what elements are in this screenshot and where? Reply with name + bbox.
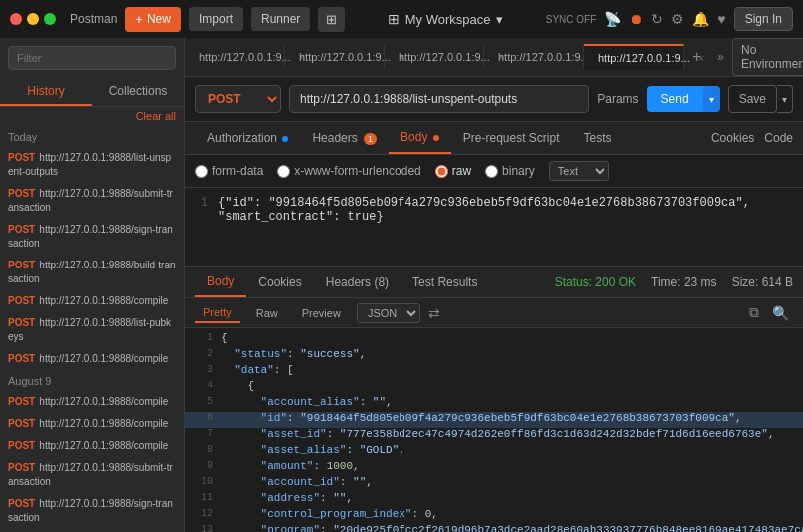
- signin-button[interactable]: Sign In: [734, 7, 793, 31]
- body-type-options: form-data x-www-form-urlencoded raw bina…: [185, 155, 803, 188]
- preview-button[interactable]: Preview: [294, 304, 349, 322]
- list-item[interactable]: POST http://127.0.0.1:9888/compile: [0, 434, 184, 456]
- maximize-button[interactable]: [44, 13, 56, 25]
- list-item[interactable]: POST http://127.0.0.1:9888/list-pubkeys: [0, 311, 184, 347]
- request-body-editor[interactable]: 1 {"id": "9918464f5d805eb09f4a279c936ebe…: [185, 188, 803, 267]
- raw-button[interactable]: Raw: [248, 304, 286, 322]
- binary-option[interactable]: binary: [485, 164, 535, 178]
- request-tab-4[interactable]: http://127.0.0.1:9... ×: [484, 45, 584, 69]
- pretty-button[interactable]: Pretty: [195, 303, 240, 323]
- request-tab-1[interactable]: http://127.0.0.1:9... ×: [185, 45, 285, 69]
- sidebar-search-area: [0, 38, 184, 78]
- response-area: Body Cookies Headers (8) Test Results St…: [185, 267, 803, 532]
- heart-icon[interactable]: ♥: [717, 11, 725, 27]
- format-icon[interactable]: ⇄: [428, 305, 440, 321]
- bell-icon[interactable]: 🔔: [692, 11, 709, 27]
- response-tab-test-results[interactable]: Test Results: [401, 268, 489, 296]
- list-item[interactable]: POST http://127.0.0.1:9888/compile: [0, 289, 184, 311]
- app-title: Postman: [70, 12, 117, 26]
- chevron-down-icon: ▾: [496, 12, 503, 27]
- list-item[interactable]: POST http://127.0.0.1:9888/build-transac…: [0, 528, 184, 532]
- form-data-option[interactable]: form-data: [195, 164, 263, 178]
- new-button[interactable]: + New: [125, 7, 181, 32]
- raw-option[interactable]: raw: [435, 164, 471, 178]
- workspace-selector[interactable]: ⊞ My Workspace ▾: [388, 11, 504, 27]
- new-tab-button[interactable]: +: [684, 42, 709, 72]
- send-button[interactable]: Send: [647, 86, 703, 112]
- response-time: Time: 23 ms: [651, 275, 717, 289]
- import-button[interactable]: Import: [189, 7, 243, 31]
- list-item[interactable]: POST http://127.0.0.1:9888/list-unspent-…: [0, 146, 184, 182]
- request-bar: POST GET PUT DELETE Params Send ▾ Save ▾: [185, 77, 803, 122]
- header-right: SYNC OFF 📡 ⏺ ↻ ⚙ 🔔 ♥ Sign In: [546, 7, 793, 31]
- list-item[interactable]: POST http://127.0.0.1:9888/submit-transa…: [0, 182, 184, 218]
- settings-icon[interactable]: ⚙: [671, 11, 684, 27]
- tab-authorization[interactable]: Authorization: [195, 123, 300, 153]
- url-input[interactable]: [289, 85, 589, 113]
- clear-all-button[interactable]: Clear all: [136, 110, 176, 122]
- send-caret-button[interactable]: ▾: [703, 86, 720, 112]
- request-tab-5[interactable]: http://127.0.0.1:9... ×: [584, 44, 684, 70]
- resp-line-6: 6 "id": "9918464f5d805eb09f4a279c936ebeb…: [185, 412, 803, 428]
- save-button-group: Save ▾: [728, 85, 793, 113]
- urlencoded-option[interactable]: x-www-form-urlencoded: [277, 164, 420, 178]
- response-tab-body[interactable]: Body: [195, 267, 246, 297]
- request-tab-2[interactable]: http://127.0.0.1:9... ×: [285, 45, 385, 69]
- cookies-link[interactable]: Cookies: [711, 131, 754, 145]
- list-item[interactable]: POST http://127.0.0.1:9888/submit-transa…: [0, 456, 184, 492]
- sidebar-tab-history[interactable]: History: [0, 78, 92, 106]
- response-toolbar: Pretty Raw Preview JSON XML HTML ⇄ ⧉ 🔍: [185, 298, 803, 328]
- more-tabs-button[interactable]: »: [709, 44, 732, 70]
- environment-selector[interactable]: No Environment ▾: [732, 38, 803, 76]
- list-item[interactable]: POST http://127.0.0.1:9888/compile: [0, 412, 184, 434]
- main-layout: History Collections Clear all Today POST…: [0, 38, 803, 532]
- env-selector-area: No Environment ▾ 👁 ⚙: [732, 38, 803, 76]
- response-tab-headers[interactable]: Headers (8): [314, 268, 401, 296]
- list-item[interactable]: POST http://127.0.0.1:9888/compile: [0, 347, 184, 369]
- list-item[interactable]: POST http://127.0.0.1:9888/sign-transact…: [0, 492, 184, 528]
- resp-line-13: 13 "program": "20de925f0fcc2f2619d96b7a3…: [185, 524, 803, 532]
- minimize-button[interactable]: [27, 13, 39, 25]
- tab-body[interactable]: Body: [389, 122, 451, 154]
- code-link[interactable]: Code: [764, 131, 793, 145]
- response-size: Size: 614 B: [732, 275, 793, 289]
- grid-icon-button[interactable]: ⊞: [318, 7, 345, 32]
- response-body-code: 1 { 2 "status": "success", 3 "data": [ 4…: [185, 328, 803, 532]
- resp-line-5: 5 "account_alias": "",: [185, 396, 803, 412]
- titlebar: Postman + New Import Runner ⊞ ⊞ My Works…: [0, 0, 803, 38]
- response-tab-cookies[interactable]: Cookies: [246, 268, 313, 296]
- sidebar-clear-area: Clear all: [0, 107, 184, 125]
- sidebar-section-today: Today: [0, 125, 184, 146]
- params-button[interactable]: Params: [597, 92, 638, 106]
- search-button[interactable]: 🔍: [768, 302, 793, 323]
- save-button[interactable]: Save: [728, 85, 777, 113]
- list-item[interactable]: POST http://127.0.0.1:9888/compile: [0, 390, 184, 412]
- sidebar-tabs: History Collections: [0, 78, 184, 107]
- search-input[interactable]: [8, 46, 176, 70]
- request-tabs-bar: http://127.0.0.1:9... × http://127.0.0.1…: [185, 38, 803, 77]
- list-item[interactable]: POST http://127.0.0.1:9888/sign-transact…: [0, 218, 184, 254]
- content-area: http://127.0.0.1:9... × http://127.0.0.1…: [185, 38, 803, 532]
- sidebar-tab-collections[interactable]: Collections: [92, 78, 184, 106]
- signal-icon[interactable]: 📡: [604, 11, 621, 27]
- record-icon[interactable]: ⏺: [629, 11, 643, 27]
- resp-line-1: 1 {: [185, 332, 803, 348]
- tab-headers[interactable]: Headers 1: [300, 123, 389, 153]
- close-button[interactable]: [10, 13, 22, 25]
- save-caret-button[interactable]: ▾: [777, 85, 793, 113]
- list-item[interactable]: POST http://127.0.0.1:9888/build-transac…: [0, 254, 184, 289]
- resp-line-8: 8 "asset_alias": "GOLD",: [185, 444, 803, 460]
- format-select[interactable]: JSON XML HTML: [357, 303, 420, 323]
- resp-line-12: 12 "control_program_index": 0,: [185, 508, 803, 524]
- code-line-1: 1 {"id": "9918464f5d805eb09f4a279c936ebe…: [193, 196, 795, 224]
- tab-pre-request-script[interactable]: Pre-request Script: [451, 123, 572, 153]
- copy-button[interactable]: ⧉: [745, 302, 763, 323]
- runner-button[interactable]: Runner: [251, 7, 310, 31]
- sidebar-section-aug9: August 9: [0, 369, 184, 390]
- tab-tests[interactable]: Tests: [572, 123, 624, 153]
- refresh-icon[interactable]: ↻: [651, 11, 663, 27]
- text-type-select[interactable]: Text JSON: [549, 161, 609, 181]
- request-options-right: Cookies Code: [711, 131, 793, 145]
- method-select[interactable]: POST GET PUT DELETE: [195, 85, 281, 113]
- request-tab-3[interactable]: http://127.0.0.1:9... ×: [385, 45, 484, 69]
